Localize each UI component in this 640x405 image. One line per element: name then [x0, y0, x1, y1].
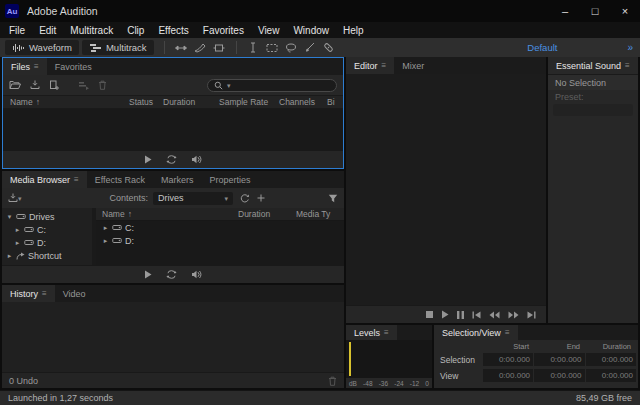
- column-header-name[interactable]: Name ↑: [96, 209, 238, 219]
- toolbar-overflow-chevron[interactable]: »: [627, 42, 633, 53]
- editor-canvas[interactable]: [346, 74, 546, 305]
- slip-tool-button[interactable]: [210, 40, 228, 55]
- panel-menu-icon[interactable]: ≡: [505, 328, 510, 337]
- tab-favorites[interactable]: Favorites: [47, 58, 100, 75]
- list-item-c-drive[interactable]: ▸ C:: [96, 221, 344, 234]
- multitrack-view-button[interactable]: Multitrack: [82, 40, 154, 55]
- maximize-button[interactable]: □: [580, 0, 610, 22]
- expander-closed-icon[interactable]: ▸: [102, 237, 109, 244]
- menu-item-window[interactable]: Window: [286, 25, 336, 36]
- play-button[interactable]: [144, 270, 152, 279]
- preset-dropdown[interactable]: [553, 104, 633, 116]
- tab-effects-rack[interactable]: Effects Rack: [87, 171, 153, 188]
- refresh-button[interactable]: [240, 194, 250, 203]
- menu-item-multitrack[interactable]: Multitrack: [63, 25, 120, 36]
- column-header-duration[interactable]: Duration: [163, 97, 219, 107]
- expander-open-icon[interactable]: ▾: [6, 213, 13, 220]
- column-header-bit-depth[interactable]: Bi: [327, 97, 343, 107]
- column-header-duration[interactable]: Duration: [238, 209, 296, 219]
- list-item-d-drive[interactable]: ▸ D:: [96, 234, 344, 247]
- tree-item-drives[interactable]: ▾ Drives: [2, 210, 92, 223]
- expander-closed-icon[interactable]: ▸: [14, 226, 21, 233]
- skip-to-start-button[interactable]: [472, 311, 481, 319]
- paintbrush-selection-tool-button[interactable]: [301, 40, 319, 55]
- menu-item-effects[interactable]: Effects: [151, 25, 195, 36]
- menu-item-file[interactable]: File: [2, 25, 32, 36]
- selection-end-value[interactable]: 0:00.000: [534, 353, 584, 366]
- tab-video[interactable]: Video: [55, 285, 94, 302]
- move-tool-button[interactable]: [172, 40, 190, 55]
- expander-closed-icon[interactable]: ▸: [102, 224, 109, 231]
- tab-markers[interactable]: Markers: [153, 171, 202, 188]
- play-button[interactable]: [441, 310, 449, 319]
- loop-playback-button[interactable]: [166, 155, 177, 164]
- add-shortcut-button[interactable]: [257, 194, 265, 202]
- new-media-button[interactable]: [49, 80, 59, 90]
- tree-item-c-drive[interactable]: ▸ C:: [2, 223, 92, 236]
- column-header-sample-rate[interactable]: Sample Rate: [219, 97, 279, 107]
- panel-menu-icon[interactable]: ≡: [382, 61, 387, 70]
- insert-into-multitrack-button[interactable]: [78, 81, 89, 90]
- razor-tool-button[interactable]: [191, 40, 209, 55]
- view-end-value[interactable]: 0:00.000: [534, 369, 584, 382]
- tab-history[interactable]: History ≡: [2, 285, 55, 302]
- tab-essential-sound[interactable]: Essential Sound ≡: [548, 57, 638, 74]
- tab-files[interactable]: Files ≡: [3, 58, 47, 75]
- column-header-media-type[interactable]: Media Ty: [296, 209, 344, 219]
- auto-play-button[interactable]: [191, 270, 202, 279]
- menu-item-help[interactable]: Help: [336, 25, 371, 36]
- minimize-button[interactable]: –: [550, 0, 580, 22]
- contents-dropdown[interactable]: Drives ▾: [153, 192, 233, 205]
- menu-item-edit[interactable]: Edit: [32, 25, 63, 36]
- files-search-input[interactable]: ▾: [207, 79, 337, 92]
- media-browser-items[interactable]: ▸ C: ▸ D:: [96, 221, 344, 265]
- menu-item-clip[interactable]: Clip: [120, 25, 151, 36]
- panel-menu-icon[interactable]: ≡: [42, 289, 47, 298]
- panel-menu-icon[interactable]: ≡: [625, 61, 630, 70]
- column-header-status[interactable]: Status: [129, 97, 163, 107]
- tab-media-browser[interactable]: Media Browser ≡: [2, 171, 87, 188]
- tab-editor[interactable]: Editor ≡: [346, 57, 394, 74]
- tab-properties[interactable]: Properties: [202, 171, 259, 188]
- auto-play-button[interactable]: [191, 155, 202, 164]
- time-selection-tool-button[interactable]: [244, 40, 262, 55]
- skip-to-end-button[interactable]: [527, 311, 536, 319]
- level-meter[interactable]: [346, 340, 432, 378]
- stop-button[interactable]: [426, 311, 433, 318]
- close-button[interactable]: ×: [610, 0, 640, 22]
- waveform-view-button[interactable]: Waveform: [5, 40, 79, 55]
- lasso-selection-tool-button[interactable]: [282, 40, 300, 55]
- import-media-caret-icon[interactable]: ▾: [18, 195, 22, 202]
- marquee-selection-tool-button[interactable]: [263, 40, 281, 55]
- files-list[interactable]: [3, 109, 343, 150]
- tab-mixer[interactable]: Mixer: [394, 57, 432, 74]
- menu-item-view[interactable]: View: [251, 25, 287, 36]
- fast-forward-button[interactable]: [508, 311, 519, 319]
- open-file-button[interactable]: [9, 80, 21, 90]
- tab-levels[interactable]: Levels ≡: [346, 325, 397, 340]
- rewind-button[interactable]: [489, 311, 500, 319]
- tab-selection-view[interactable]: Selection/View ≡: [434, 325, 518, 340]
- workspace-selector[interactable]: Default: [527, 42, 557, 53]
- spot-healing-brush-tool-button[interactable]: [320, 40, 338, 55]
- tree-item-shortcut[interactable]: ▸ Shortcut: [2, 249, 92, 262]
- import-media-button[interactable]: [8, 193, 18, 203]
- column-header-name[interactable]: Name ↑: [3, 97, 129, 107]
- play-button[interactable]: [144, 155, 152, 164]
- filter-button[interactable]: [328, 194, 338, 203]
- expander-closed-icon[interactable]: ▸: [14, 239, 21, 246]
- panel-menu-icon[interactable]: ≡: [384, 328, 389, 337]
- panel-menu-icon[interactable]: ≡: [34, 62, 39, 71]
- selection-duration-value[interactable]: 0:00.000: [586, 353, 636, 366]
- menu-item-favorites[interactable]: Favorites: [196, 25, 251, 36]
- history-list[interactable]: [2, 302, 344, 372]
- panel-menu-icon[interactable]: ≡: [74, 175, 79, 184]
- column-header-channels[interactable]: Channels: [279, 97, 327, 107]
- view-duration-value[interactable]: 0:00.000: [586, 369, 636, 382]
- view-start-value[interactable]: 0:00.000: [483, 369, 533, 382]
- selection-start-value[interactable]: 0:00.000: [483, 353, 533, 366]
- tree-item-d-drive[interactable]: ▸ D:: [2, 236, 92, 249]
- clear-history-button[interactable]: [328, 376, 337, 386]
- pause-button[interactable]: [457, 311, 464, 319]
- expander-closed-icon[interactable]: ▸: [6, 252, 13, 259]
